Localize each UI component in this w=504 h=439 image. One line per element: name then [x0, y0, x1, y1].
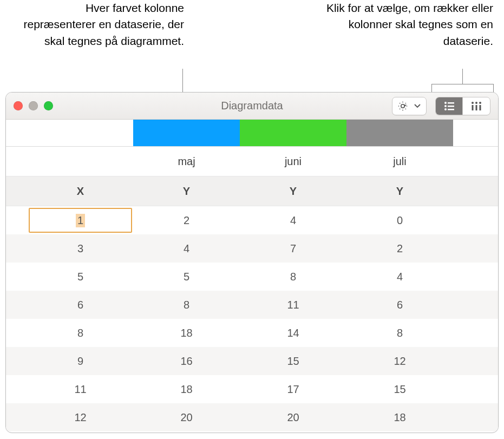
svg-rect-13	[480, 105, 481, 110]
callout-row-col-toggle: Klik for at vælge, om rækker eller kolon…	[325, 0, 493, 49]
y-value-cell[interactable]: 16	[133, 355, 240, 368]
x-value-cell[interactable]: 3	[28, 243, 133, 255]
table-row: 68116	[6, 291, 498, 319]
y-axis-label: Y	[240, 185, 346, 198]
zoom-button[interactable]	[44, 101, 53, 110]
y-value-cell[interactable]: 0	[346, 214, 453, 227]
y-value-cell[interactable]: 18	[133, 383, 240, 396]
plot-columns-button[interactable]	[463, 97, 490, 115]
y-value-cell[interactable]: 8	[346, 327, 453, 339]
svg-rect-5	[448, 106, 454, 107]
y-value-cell[interactable]: 14	[240, 327, 346, 339]
y-value-cell[interactable]: 4	[133, 243, 240, 255]
svg-point-4	[444, 105, 447, 107]
minimize-button[interactable]	[29, 101, 38, 110]
svg-point-10	[479, 102, 481, 104]
series-color-swatch[interactable]	[346, 120, 453, 146]
svg-point-8	[472, 102, 474, 104]
series-color-header	[6, 120, 498, 147]
gear-icon	[398, 101, 411, 111]
y-value-cell[interactable]: 4	[240, 214, 346, 227]
x-value-cell[interactable]: 8	[28, 327, 133, 339]
y-value-cell[interactable]: 15	[240, 355, 346, 368]
x-value-cell[interactable]: 12	[28, 411, 133, 424]
plot-orientation-toggle	[435, 97, 490, 115]
callout-column-series: Hver farvet kolonne repræsenterer en dat…	[22, 0, 184, 49]
y-value-cell[interactable]: 2	[133, 214, 240, 227]
callout-leader-line	[182, 69, 183, 94]
y-value-cell[interactable]: 12	[346, 355, 453, 368]
x-value-cell[interactable]: 1	[28, 207, 133, 234]
data-grid: 1240347255846811681814891615121118171512…	[6, 206, 498, 431]
y-value-cell[interactable]: 18	[133, 327, 240, 339]
y-value-cell[interactable]: 7	[240, 243, 346, 255]
y-value-cell[interactable]: 20	[240, 411, 346, 424]
svg-rect-3	[448, 102, 454, 104]
settings-menu-button[interactable]	[392, 97, 427, 115]
x-value-cell[interactable]: 9	[28, 355, 133, 368]
y-value-cell[interactable]: 4	[346, 271, 453, 283]
plot-rows-button[interactable]	[436, 97, 463, 115]
y-value-cell[interactable]: 8	[240, 271, 346, 283]
y-value-cell[interactable]: 6	[346, 299, 453, 311]
y-value-cell[interactable]: 15	[346, 383, 453, 396]
window-titlebar: Diagramdata	[6, 93, 498, 120]
table-row: 9161512	[6, 347, 498, 375]
y-value-cell[interactable]: 2	[346, 243, 453, 255]
svg-point-9	[475, 102, 477, 104]
svg-rect-7	[448, 109, 454, 110]
rows-icon	[443, 101, 455, 111]
y-value-cell[interactable]: 5	[133, 271, 240, 283]
chevron-down-icon	[414, 104, 421, 108]
y-value-cell[interactable]: 20	[133, 411, 240, 424]
y-value-cell[interactable]: 11	[240, 299, 346, 311]
table-row: 12202018	[6, 403, 498, 431]
x-value-cell[interactable]: 11	[28, 383, 133, 396]
table-row: 3472	[6, 234, 498, 263]
series-name-cell[interactable]: maj	[133, 155, 240, 168]
series-name-cell[interactable]: juli	[346, 155, 453, 168]
svg-rect-12	[476, 105, 477, 110]
callout-leader-line	[462, 69, 463, 84]
series-name-cell[interactable]: juni	[240, 155, 346, 168]
svg-rect-11	[472, 105, 474, 110]
table-row: 11181715	[6, 375, 498, 403]
window-controls	[14, 101, 53, 110]
callout-leader-line	[431, 84, 494, 84]
y-value-cell[interactable]: 17	[240, 383, 346, 396]
table-row: 5584	[6, 263, 498, 291]
table-row: 1240	[6, 206, 498, 234]
axis-label-row: X Y Y Y	[6, 176, 498, 206]
table-row: 818148	[6, 319, 498, 347]
svg-point-6	[444, 108, 447, 110]
y-axis-label: Y	[133, 185, 240, 198]
chart-data-window: Diagramdata	[5, 92, 499, 433]
close-button[interactable]	[14, 101, 23, 110]
x-value-cell[interactable]: 5	[28, 271, 133, 283]
series-name-row: maj juni juli	[6, 147, 498, 176]
svg-point-2	[444, 102, 447, 104]
series-color-swatch[interactable]	[133, 120, 240, 146]
x-axis-label: X	[28, 185, 133, 198]
x-value-cell[interactable]: 6	[28, 299, 133, 311]
series-color-swatch[interactable]	[240, 120, 346, 146]
y-value-cell[interactable]: 8	[133, 299, 240, 311]
y-axis-label: Y	[346, 185, 453, 198]
columns-icon	[470, 101, 482, 112]
y-value-cell[interactable]: 18	[346, 411, 453, 424]
